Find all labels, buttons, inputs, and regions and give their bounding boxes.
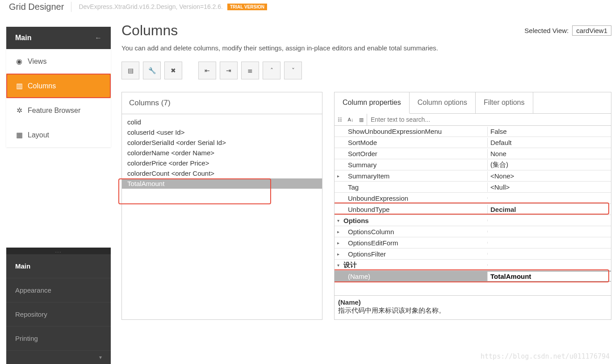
property-name: 设计: [342, 260, 487, 270]
property-search-input[interactable]: [367, 114, 611, 125]
sidebar-item-feature-browser[interactable]: ✲ Feature Browser: [6, 98, 111, 123]
sidebar-main-label: Main: [15, 34, 31, 42]
chevron-up-icon: ˄: [270, 67, 273, 74]
tab-column-properties[interactable]: Column properties: [335, 92, 410, 114]
group-button[interactable]: ≣: [241, 62, 259, 79]
property-name: ShowUnboundExpressionMenu: [342, 127, 487, 136]
property-value[interactable]: [487, 264, 611, 266]
property-grid[interactable]: ShowUnboundExpressionMenuFalseSortModeDe…: [335, 126, 611, 295]
sidebar-bottom-repository[interactable]: Repository: [6, 302, 111, 327]
property-value[interactable]: Decimal: [487, 205, 611, 214]
column-item[interactable]: coluserId <user Id>: [126, 127, 318, 137]
column-item[interactable]: colid: [126, 117, 318, 127]
property-name: OptionsEditForm: [342, 238, 487, 248]
property-value[interactable]: <None>: [487, 171, 611, 181]
selected-view-value[interactable]: cardView1: [572, 25, 611, 36]
page-description: You can add and delete columns, modify t…: [121, 44, 611, 52]
column-item[interactable]: colorderCount <order Count>: [126, 168, 318, 178]
expander-icon[interactable]: ▸: [335, 252, 342, 256]
property-name: (Name): [342, 272, 487, 281]
categorize-button[interactable]: ☷: [335, 114, 345, 125]
property-name: UnboundType: [342, 205, 487, 214]
property-row[interactable]: UnboundExpression: [335, 193, 611, 204]
indent-in-button[interactable]: ⇤: [198, 62, 216, 79]
sidebar: Main ← ◉ Views ▥ Columns ✲ Feature Brows…: [0, 13, 111, 364]
property-value[interactable]: [487, 219, 611, 221]
property-row[interactable]: SortModeDefault: [335, 137, 611, 148]
property-value[interactable]: False: [487, 127, 611, 136]
layout-icon: ▦: [15, 131, 23, 139]
tab-column-options[interactable]: Column options: [410, 92, 476, 113]
columns-panel-header: Columns (7): [122, 92, 322, 114]
expander-icon[interactable]: ▾: [335, 218, 342, 223]
property-name: Summary: [342, 160, 487, 170]
column-item[interactable]: colorderName <order Name>: [126, 148, 318, 158]
sidebar-expand-toggle[interactable]: ▾: [6, 351, 111, 364]
columns-icon: ▥: [15, 82, 23, 90]
property-desc-title: (Name): [338, 298, 607, 306]
property-category-row[interactable]: ▾Options: [335, 215, 611, 226]
back-icon[interactable]: ←: [95, 34, 102, 42]
property-name: UnboundExpression: [342, 194, 487, 203]
page-title: Columns: [121, 22, 178, 39]
app-version: DevExpress.XtraGrid.v16.2.Design, Versio…: [79, 3, 223, 10]
columns-panel: Columns (7) colid coluserId <user Id> co…: [121, 92, 322, 320]
app-title: Grid Designer: [9, 2, 71, 12]
sidebar-bottom-appearance[interactable]: Appearance: [6, 278, 111, 302]
sidebar-main-header[interactable]: Main ←: [6, 27, 111, 49]
alphabetize-button[interactable]: A↓: [345, 114, 356, 125]
sidebar-item-views[interactable]: ◉ Views: [6, 49, 111, 74]
property-row[interactable]: (Name)TotalAmount: [335, 271, 611, 282]
expander-icon[interactable]: ▸: [335, 229, 342, 234]
chevron-down-icon: ˅: [292, 67, 295, 74]
column-item[interactable]: colorderSerialId <order Serial Id>: [126, 137, 318, 148]
property-category-row[interactable]: ▾设计: [335, 260, 611, 271]
sidebar-bottom-main[interactable]: Main: [6, 254, 111, 278]
column-item[interactable]: colorderPrice <order Price>: [126, 158, 318, 168]
expander-icon[interactable]: ▾: [335, 263, 342, 268]
remove-column-button[interactable]: ✖: [164, 62, 182, 79]
property-value[interactable]: TotalAmount: [487, 272, 611, 281]
add-column-button[interactable]: ▤: [121, 62, 139, 79]
selected-view: Selected View: cardView1: [524, 25, 611, 36]
property-value[interactable]: [487, 242, 611, 244]
expander-icon[interactable]: ▸: [335, 240, 342, 245]
move-up-button[interactable]: ˄: [263, 62, 280, 79]
property-value[interactable]: [487, 197, 611, 199]
expander-icon[interactable]: ▸: [335, 174, 342, 178]
retrieve-fields-button[interactable]: 🔧: [143, 62, 161, 79]
property-value[interactable]: (集合): [487, 160, 611, 170]
move-down-button[interactable]: ˅: [284, 62, 302, 79]
property-value[interactable]: [487, 253, 611, 255]
property-row[interactable]: ▸OptionsFilter: [335, 248, 611, 260]
sidebar-item-label: Columns: [28, 82, 56, 90]
property-value[interactable]: Default: [487, 138, 611, 147]
property-row[interactable]: Summary(集合): [335, 159, 611, 170]
property-name: SortMode: [342, 138, 487, 147]
tab-filter-options[interactable]: Filter options: [476, 92, 533, 113]
sidebar-item-columns[interactable]: ▥ Columns: [6, 74, 111, 98]
property-pages-button[interactable]: ▥: [356, 114, 367, 125]
property-row[interactable]: SortOrderNone: [335, 148, 611, 159]
sidebar-item-label: Layout: [28, 131, 49, 139]
property-row[interactable]: ▸SummaryItem<None>: [335, 170, 611, 182]
property-row[interactable]: Tag<Null>: [335, 182, 611, 193]
property-row[interactable]: ▸OptionsColumn: [335, 226, 611, 237]
property-row[interactable]: UnboundTypeDecimal: [335, 204, 611, 215]
columns-list: colid coluserId <user Id> colorderSerial…: [122, 114, 322, 319]
property-row[interactable]: ▸OptionsEditForm: [335, 237, 611, 248]
sidebar-bottom-printing[interactable]: Printing: [6, 327, 111, 351]
property-name: SortOrder: [342, 149, 487, 158]
property-name: Options: [342, 216, 487, 225]
property-value[interactable]: [487, 231, 611, 232]
indent-out-button[interactable]: ⇥: [220, 62, 238, 79]
property-row[interactable]: ShowUnboundExpressionMenuFalse: [335, 126, 611, 137]
gear-icon: ✲: [15, 106, 23, 115]
property-value[interactable]: <Null>: [487, 182, 611, 192]
sidebar-item-layout[interactable]: ▦ Layout: [6, 123, 111, 147]
selected-view-label: Selected View:: [524, 27, 569, 34]
property-value[interactable]: None: [487, 149, 611, 158]
property-name: SummaryItem: [342, 171, 487, 181]
column-item-selected[interactable]: TotalAmount: [122, 178, 322, 189]
property-description: (Name) 指示代码中用来标识该对象的名称。: [335, 295, 611, 319]
